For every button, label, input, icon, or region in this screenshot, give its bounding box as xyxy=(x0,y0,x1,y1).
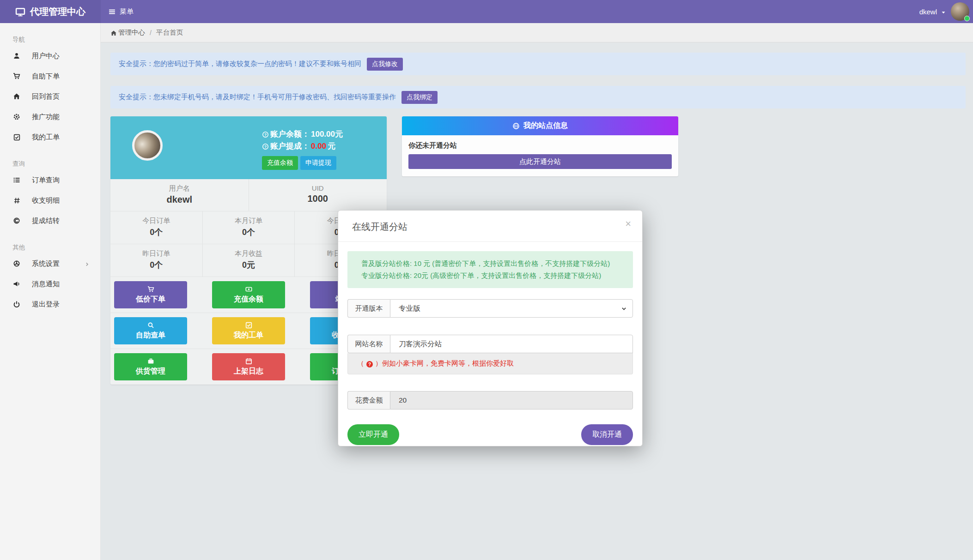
version-selected-value: 专业版 xyxy=(399,304,420,313)
sidebar-item-self-order[interactable]: 自助下单 xyxy=(0,66,100,86)
chevron-down-icon xyxy=(621,304,627,313)
price-notice-line-2: 专业版分站价格: 20元 (高级密价下单，支持设置出售价格，支持搭建下级分站) xyxy=(361,270,626,282)
bind-phone-button[interactable]: 点我绑定 xyxy=(401,91,438,104)
phone-bind-alert-text: 安全提示：您未绑定手机号码，请及时绑定！手机号可用于修改密码、找回密码等重要操作 xyxy=(119,93,396,102)
menu-label: 菜单 xyxy=(120,7,134,16)
navbar-right: dkewl xyxy=(919,0,973,23)
open-branch-button[interactable]: 点此开通分站 xyxy=(408,154,672,169)
account-hero: 账户余额： 100.00元 账户提成： 0.00 元 充值余额 申请提现 xyxy=(110,116,387,179)
sidebar-section-query: 查询 xyxy=(12,160,100,168)
site-panel-title: 我的站点信息 xyxy=(523,121,568,131)
account-avatar xyxy=(132,130,163,161)
sidebar-item-logout[interactable]: 退出登录 xyxy=(0,294,100,314)
site-name-input[interactable] xyxy=(399,340,626,348)
site-status-text: 你还未开通分站 xyxy=(408,141,672,150)
rotate-icon xyxy=(12,217,21,224)
version-label: 开通版本 xyxy=(347,299,390,318)
cart-icon xyxy=(147,285,154,293)
site-name-hint: （ ）例如小豪卡网，免费卡网等，根据你爱好取 xyxy=(347,353,633,374)
cancel-open-button[interactable]: 取消开通 xyxy=(581,424,633,445)
sidebar-item-user-center[interactable]: 用户中心 xyxy=(0,46,100,66)
tile-my-tickets[interactable]: 我的工单 xyxy=(212,317,285,344)
stat-month-orders: 本月订单 0个 xyxy=(202,211,295,244)
sidebar-item-commission-transfer[interactable]: 提成结转 xyxy=(0,211,100,231)
question-circle-icon xyxy=(262,128,269,140)
user-menu[interactable]: dkewl xyxy=(919,7,947,15)
navbar-username: dkewl xyxy=(919,8,937,16)
withdraw-button[interactable]: 申请提现 xyxy=(300,156,336,170)
check-square-icon xyxy=(12,134,21,141)
amount-input xyxy=(399,396,626,404)
power-icon xyxy=(12,301,21,308)
briefcase-icon xyxy=(147,357,154,365)
cart-icon xyxy=(12,72,21,80)
sidebar-item-back-home[interactable]: 回到首页 xyxy=(0,86,100,107)
amount-field-group: 花费金额 xyxy=(347,391,633,409)
tile-self-query[interactable]: 自助查单 xyxy=(114,317,187,344)
uid-cell: UID 1000 xyxy=(249,179,387,211)
close-icon[interactable]: × xyxy=(625,219,631,229)
recharge-button[interactable]: 充值余额 xyxy=(262,156,298,170)
open-branch-modal: 在线开通分站 × 普及版分站价格: 10 元 (普通密价下单，支持设置出售价格，… xyxy=(338,210,643,446)
top-navbar: 代理管理中心 菜单 dkewl xyxy=(0,0,973,23)
online-status-dot xyxy=(964,16,970,21)
stat-month-income: 本月收益 0元 xyxy=(202,244,295,277)
username-value: dkewl xyxy=(110,194,249,205)
sidebar-item-notifications[interactable]: 消息通知 xyxy=(0,274,100,294)
price-notice: 普及版分站价格: 10 元 (普通密价下单，支持设置出售价格，不支持搭建下级分站… xyxy=(347,251,633,288)
tile-shelf-log[interactable]: 上架日志 xyxy=(212,353,285,380)
phone-bind-alert: 安全提示：您未绑定手机号码，请及时绑定！手机号可用于修改密码、找回密码等重要操作… xyxy=(110,86,966,108)
breadcrumb-home-icon xyxy=(110,29,117,36)
site-name-field-group: 网站名称 xyxy=(347,335,633,353)
sidebar-item-system-settings[interactable]: 系统设置 xyxy=(0,253,100,274)
commission-unit: 元 xyxy=(328,140,335,152)
breadcrumb-current: 平台首页 xyxy=(156,28,183,37)
username-cell: 用户名 dkewl xyxy=(110,179,249,211)
sidebar-item-my-tickets[interactable]: 我的工单 xyxy=(0,127,100,147)
breadcrumb: 管理中心 / 平台首页 xyxy=(101,23,973,42)
tile-cheap-order[interactable]: 低价下单 xyxy=(114,281,187,308)
stat-today-orders: 今日订单 0个 xyxy=(110,211,202,244)
site-info-panel: 我的站点信息 你还未开通分站 点此开通分站 xyxy=(402,116,678,176)
commission-line: 账户提成： 0.00 元 xyxy=(262,140,380,152)
brand-title: 代理管理中心 xyxy=(30,6,85,18)
navbar-avatar[interactable] xyxy=(951,2,969,21)
chevron-right-icon xyxy=(84,260,90,268)
version-select[interactable]: 专业版 xyxy=(390,299,633,318)
confirm-open-button[interactable]: 立即开通 xyxy=(347,424,399,445)
calendar-icon xyxy=(245,357,252,365)
question-circle-icon xyxy=(262,140,269,152)
search-icon xyxy=(147,321,154,329)
bars-icon xyxy=(108,7,116,16)
gear-icon xyxy=(12,113,21,120)
money-icon xyxy=(245,285,252,293)
tile-supply-manage[interactable]: 供货管理 xyxy=(114,353,187,380)
version-field-group: 开通版本 专业版 xyxy=(347,299,633,318)
tile-recharge[interactable]: 充值余额 xyxy=(212,281,285,308)
globe-icon xyxy=(512,122,520,130)
identity-row: 用户名 dkewl UID 1000 xyxy=(110,179,387,211)
balance-line: 账户余额： 100.00元 xyxy=(262,128,380,140)
sidebar-item-order-query[interactable]: 订单查询 xyxy=(0,170,100,190)
fan-icon xyxy=(12,260,21,267)
breadcrumb-root[interactable]: 管理中心 xyxy=(118,28,145,37)
password-alert-text: 安全提示：您的密码过于简单，请修改较复杂一点的密码！建议不要和账号相同 xyxy=(119,60,361,68)
sidebar-toggle-button[interactable]: 菜单 xyxy=(101,0,141,23)
account-summary: 账户余额： 100.00元 账户提成： 0.00 元 充值余额 申请提现 xyxy=(262,128,380,170)
change-password-button[interactable]: 点我修改 xyxy=(367,58,403,71)
amount-label: 花费金额 xyxy=(347,391,390,409)
balance-value: 100.00元 xyxy=(311,128,343,140)
modal-title: 在线开通分站 xyxy=(352,222,407,232)
caret-down-icon xyxy=(940,7,947,15)
brand-logo[interactable]: 代理管理中心 xyxy=(0,0,101,23)
commission-label: 账户提成： xyxy=(270,140,310,152)
check-square-icon xyxy=(245,321,252,329)
sidebar-item-income-detail[interactable]: 收支明细 xyxy=(0,190,100,211)
user-icon xyxy=(12,52,21,60)
balance-label: 账户余额： xyxy=(270,128,310,140)
price-notice-line-1: 普及版分站价格: 10 元 (普通密价下单，支持设置出售价格，不支持搭建下级分站… xyxy=(361,258,626,270)
sidebar-item-promotion[interactable]: 推广功能 xyxy=(0,107,100,127)
breadcrumb-separator: / xyxy=(150,29,152,36)
home-icon xyxy=(12,93,21,100)
uid-value: 1000 xyxy=(249,193,387,204)
